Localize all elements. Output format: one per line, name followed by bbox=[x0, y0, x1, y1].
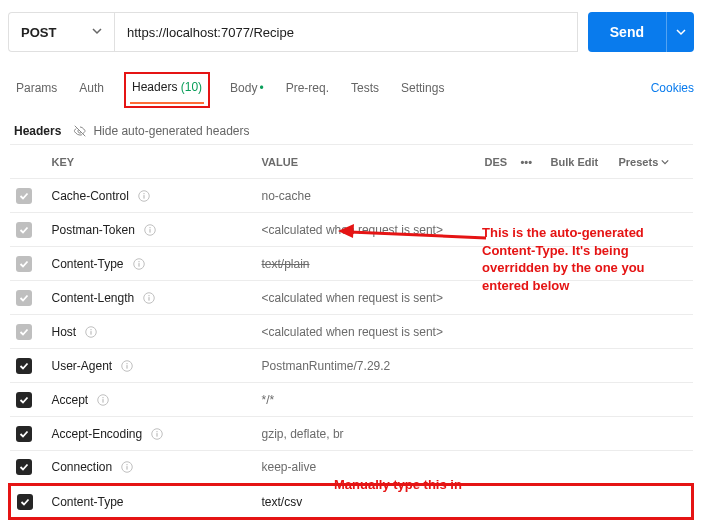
info-icon bbox=[84, 325, 98, 339]
header-key[interactable]: Connection bbox=[52, 460, 113, 474]
checkbox[interactable] bbox=[16, 256, 32, 272]
info-icon bbox=[143, 223, 157, 237]
col-value: VALUE bbox=[256, 145, 479, 179]
presets-button[interactable]: Presets bbox=[613, 145, 693, 179]
headers-table: KEY VALUE DES ••• Bulk Edit Presets Cach… bbox=[8, 144, 694, 522]
svg-rect-26 bbox=[127, 466, 128, 470]
header-value[interactable]: */* bbox=[262, 393, 275, 407]
svg-point-10 bbox=[149, 294, 150, 295]
tab-params[interactable]: Params bbox=[14, 77, 59, 99]
chevron-down-icon bbox=[661, 158, 669, 166]
annotation-box-tabs: Headers (10) bbox=[124, 72, 210, 108]
header-key[interactable]: Content-Length bbox=[52, 291, 135, 305]
header-key[interactable]: Accept bbox=[52, 393, 89, 407]
checkbox[interactable] bbox=[16, 290, 32, 306]
svg-rect-8 bbox=[138, 263, 139, 267]
tab-settings[interactable]: Settings bbox=[399, 77, 446, 99]
svg-point-1 bbox=[143, 192, 144, 193]
svg-point-19 bbox=[102, 396, 103, 397]
info-icon bbox=[150, 427, 164, 441]
header-value[interactable]: gzip, deflate, br bbox=[262, 427, 344, 441]
checkbox[interactable] bbox=[16, 459, 32, 475]
checkbox[interactable] bbox=[17, 494, 33, 510]
table-row: User-AgentPostmanRuntime/7.29.2 bbox=[10, 349, 693, 383]
svg-rect-20 bbox=[103, 399, 104, 403]
info-icon bbox=[96, 393, 110, 407]
svg-point-16 bbox=[127, 362, 128, 363]
header-key[interactable]: Accept-Encoding bbox=[52, 427, 143, 441]
header-value[interactable]: no-cache bbox=[262, 189, 311, 203]
svg-point-25 bbox=[127, 464, 128, 465]
table-row-add: KeyValueDescription bbox=[10, 519, 693, 523]
checkbox[interactable] bbox=[16, 324, 32, 340]
bulk-edit-button[interactable]: Bulk Edit bbox=[545, 145, 613, 179]
svg-point-7 bbox=[138, 260, 139, 261]
info-icon bbox=[120, 359, 134, 373]
header-value[interactable]: <calculated when request is sent> bbox=[262, 291, 443, 305]
svg-rect-17 bbox=[127, 365, 128, 369]
header-key[interactable]: Postman-Token bbox=[52, 223, 135, 237]
http-method-select[interactable]: POST bbox=[8, 12, 114, 52]
header-value[interactable]: text/csv bbox=[262, 495, 303, 509]
header-key[interactable]: User-Agent bbox=[52, 359, 113, 373]
hide-auto-headers[interactable]: Hide auto-generated headers bbox=[73, 124, 249, 138]
tab-body[interactable]: Body bbox=[228, 77, 266, 99]
table-row: Accept-Encodinggzip, deflate, br bbox=[10, 417, 693, 451]
header-value[interactable]: <calculated when request is sent> bbox=[262, 325, 443, 339]
table-row: Content-Length<calculated when request i… bbox=[10, 281, 693, 315]
tab-headers[interactable]: Headers (10) bbox=[130, 76, 204, 98]
url-input[interactable] bbox=[114, 12, 578, 52]
checkbox[interactable] bbox=[16, 426, 32, 442]
header-key[interactable]: Cache-Control bbox=[52, 189, 129, 203]
table-row: Accept*/* bbox=[10, 383, 693, 417]
info-icon bbox=[142, 291, 156, 305]
header-value[interactable]: PostmanRuntime/7.29.2 bbox=[262, 359, 391, 373]
table-row: Cache-Controlno-cache bbox=[10, 179, 693, 213]
svg-rect-5 bbox=[149, 229, 150, 233]
svg-point-4 bbox=[149, 226, 150, 227]
col-key: KEY bbox=[46, 145, 256, 179]
tab-tests[interactable]: Tests bbox=[349, 77, 381, 99]
checkbox[interactable] bbox=[16, 222, 32, 238]
tab-prereq[interactable]: Pre-req. bbox=[284, 77, 331, 99]
svg-point-22 bbox=[157, 430, 158, 431]
col-des: DES bbox=[479, 145, 515, 179]
header-value[interactable]: text/plain bbox=[262, 257, 310, 271]
info-icon bbox=[132, 257, 146, 271]
method-label: POST bbox=[21, 25, 56, 40]
svg-rect-14 bbox=[91, 331, 92, 335]
checkbox[interactable] bbox=[16, 188, 32, 204]
info-icon bbox=[120, 460, 134, 474]
chevron-down-icon bbox=[92, 26, 102, 38]
send-dropdown[interactable] bbox=[666, 12, 694, 52]
table-row: Postman-Token<calculated when request is… bbox=[10, 213, 693, 247]
header-value[interactable]: <calculated when request is sent> bbox=[262, 223, 443, 237]
eye-off-icon bbox=[73, 124, 87, 138]
header-value[interactable]: keep-alive bbox=[262, 460, 317, 474]
header-key[interactable]: Content-Type bbox=[52, 495, 124, 509]
info-icon bbox=[137, 189, 151, 203]
header-key[interactable]: Host bbox=[52, 325, 77, 339]
svg-rect-23 bbox=[157, 433, 158, 437]
svg-rect-2 bbox=[143, 195, 144, 199]
table-row-manual: Content-Typetext/csv bbox=[10, 485, 693, 519]
header-key[interactable]: Content-Type bbox=[52, 257, 124, 271]
cookies-link[interactable]: Cookies bbox=[651, 81, 694, 95]
svg-point-13 bbox=[90, 328, 91, 329]
checkbox[interactable] bbox=[16, 358, 32, 374]
col-more[interactable]: ••• bbox=[515, 145, 545, 179]
tab-auth[interactable]: Auth bbox=[77, 77, 106, 99]
table-row: Content-Typetext/plain bbox=[10, 247, 693, 281]
checkbox[interactable] bbox=[16, 392, 32, 408]
chevron-down-icon bbox=[676, 27, 686, 37]
svg-rect-11 bbox=[149, 297, 150, 301]
table-row: Connectionkeep-alive bbox=[10, 451, 693, 485]
send-button[interactable]: Send bbox=[588, 12, 666, 52]
col-check bbox=[10, 145, 46, 179]
headers-title: Headers bbox=[14, 124, 61, 138]
table-row: Host<calculated when request is sent> bbox=[10, 315, 693, 349]
